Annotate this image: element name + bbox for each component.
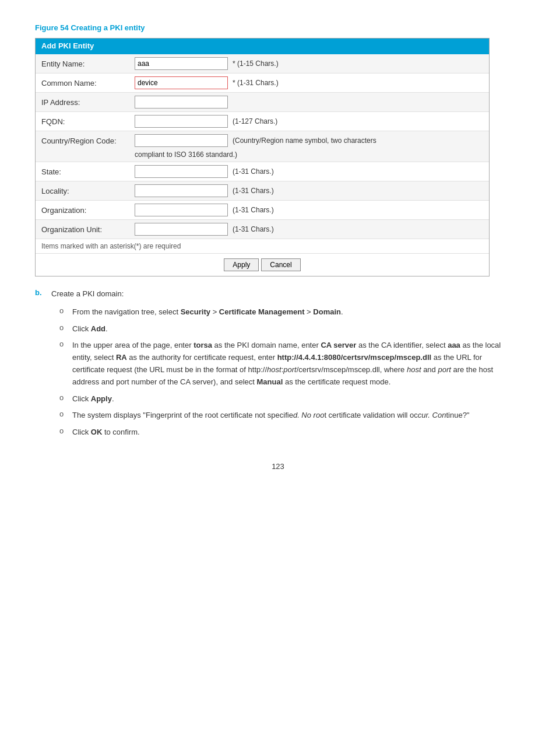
organization-unit-row: Organization Unit: (1-31 Chars.) [36, 220, 489, 239]
country-region-hint2: compliant to ISO 3166 standard.) [135, 150, 483, 159]
form-header: Add PKI Entity [36, 38, 489, 53]
entity-name-hint: * (1-15 Chars.) [233, 57, 279, 68]
state-hint: (1-31 Chars.) [233, 165, 274, 176]
step-4: o Click Apply. [54, 393, 513, 405]
organization-label: Organization: [41, 204, 135, 215]
step-2-text: Click Add. [72, 323, 513, 335]
ip-address-input-area [135, 96, 483, 108]
step-3: o In the upper area of the page, enter t… [54, 340, 513, 388]
common-name-input-area: * (1-31 Chars.) [135, 76, 483, 89]
fqdn-input-area: (1-127 Chars.) [135, 115, 483, 128]
common-name-label: Common Name: [41, 76, 135, 88]
locality-input[interactable] [135, 184, 228, 197]
step-5: o The system displays "Fingerprint of th… [54, 410, 513, 422]
country-region-input-area: (Country/Region name symbol, two charact… [135, 134, 483, 159]
section-b-bullet: b. [35, 288, 49, 297]
organization-hint: (1-31 Chars.) [233, 204, 274, 214]
form-footer-note: Items marked with an asterisk(*) are req… [36, 239, 489, 254]
entity-name-row: Entity Name: * (1-15 Chars.) [36, 54, 489, 74]
ip-address-row: IP Address: [36, 93, 489, 112]
form-buttons-area: Apply Cancel [36, 254, 489, 276]
entity-name-input[interactable] [135, 57, 228, 70]
common-name-row: Common Name: * (1-31 Chars.) [36, 74, 489, 93]
form-container: Add PKI Entity Entity Name: * (1-15 Char… [35, 38, 490, 276]
organization-row: Organization: (1-31 Chars.) [36, 201, 489, 220]
organization-unit-input-area: (1-31 Chars.) [135, 223, 483, 236]
state-row: State: (1-31 Chars.) [36, 162, 489, 181]
country-region-label: Country/Region Code: [41, 134, 135, 145]
fqdn-input[interactable] [135, 115, 228, 128]
ip-address-input[interactable] [135, 96, 228, 108]
form-body: Entity Name: * (1-15 Chars.) Common Name… [36, 53, 489, 239]
locality-input-area: (1-31 Chars.) [135, 184, 483, 197]
organization-unit-label: Organization Unit: [41, 223, 135, 234]
state-label: State: [41, 165, 135, 176]
instructions-section: b. Create a PKI domain: o From the navig… [35, 288, 513, 439]
locality-label: Locality: [41, 184, 135, 195]
step-4-bullet: o [54, 393, 70, 402]
step-5-text: The system displays "Fingerprint of the … [72, 410, 513, 422]
step-2-bullet: o [54, 323, 70, 332]
organization-unit-input[interactable] [135, 223, 228, 236]
step-6-bullet: o [54, 426, 70, 435]
ip-address-label: IP Address: [41, 96, 135, 107]
step-1-bullet: o [54, 306, 70, 315]
section-b-text: Create a PKI domain: [51, 288, 513, 300]
page-number: 123 [35, 462, 521, 471]
section-b-item: b. Create a PKI domain: [35, 288, 513, 300]
common-name-input[interactable] [135, 76, 228, 89]
cancel-button[interactable]: Cancel [261, 258, 300, 271]
step-3-text: In the upper area of the page, enter tor… [72, 340, 513, 388]
apply-button[interactable]: Apply [224, 258, 259, 271]
organization-unit-hint: (1-31 Chars.) [233, 223, 274, 233]
step-1: o From the navigation tree, select Secur… [54, 306, 513, 318]
state-input[interactable] [135, 165, 228, 178]
common-name-hint: * (1-31 Chars.) [233, 76, 279, 87]
step-5-bullet: o [54, 410, 70, 418]
organization-input-area: (1-31 Chars.) [135, 204, 483, 216]
country-region-input[interactable] [135, 134, 228, 147]
organization-input[interactable] [135, 204, 228, 216]
entity-name-input-area: * (1-15 Chars.) [135, 57, 483, 70]
fqdn-row: FQDN: (1-127 Chars.) [36, 112, 489, 131]
country-region-row: Country/Region Code: (Country/Region nam… [36, 131, 489, 162]
country-region-hint: (Country/Region name symbol, two charact… [233, 134, 376, 145]
step-6-text: Click OK to confirm. [72, 426, 513, 439]
step-2: o Click Add. [54, 323, 513, 335]
figure-caption: Figure 54 Creating a PKI entity [35, 23, 521, 32]
step-3-bullet: o [54, 340, 70, 348]
locality-hint: (1-31 Chars.) [233, 184, 274, 195]
state-input-area: (1-31 Chars.) [135, 165, 483, 178]
step-6: o Click OK to confirm. [54, 426, 513, 439]
sub-steps-list: o From the navigation tree, select Secur… [54, 306, 513, 439]
entity-name-label: Entity Name: [41, 57, 135, 68]
step-4-text: Click Apply. [72, 393, 513, 405]
fqdn-hint: (1-127 Chars.) [233, 115, 277, 125]
fqdn-label: FQDN: [41, 115, 135, 126]
locality-row: Locality: (1-31 Chars.) [36, 181, 489, 201]
step-1-text: From the navigation tree, select Securit… [72, 306, 513, 318]
